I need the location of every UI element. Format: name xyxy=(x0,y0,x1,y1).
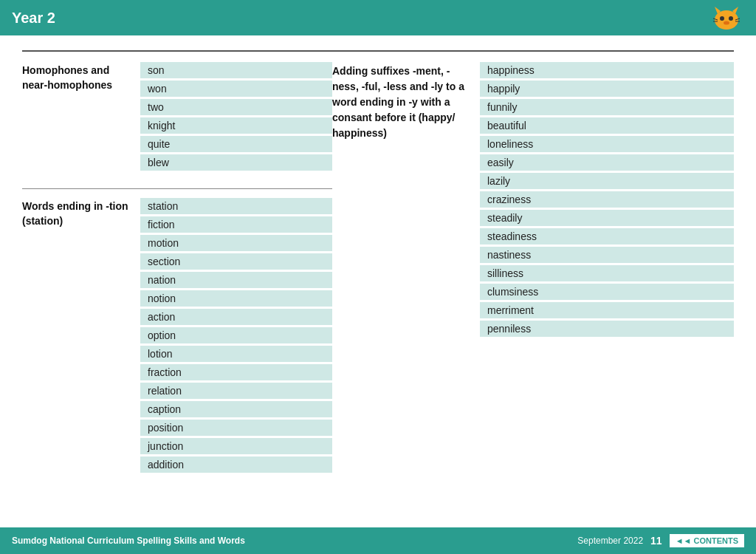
list-item: action xyxy=(140,309,332,325)
list-item: nation xyxy=(140,272,332,288)
homophones-word-list: son won two knight quite blew xyxy=(140,62,332,171)
list-item: won xyxy=(140,81,332,97)
list-item: addition xyxy=(140,456,332,473)
list-item: nastiness xyxy=(480,247,734,263)
list-item: position xyxy=(140,420,332,436)
right-panel-wrapper: Adding suffixes -ment, -ness, -ful, -les… xyxy=(332,50,734,520)
list-item: steadiness xyxy=(480,228,734,244)
list-item: funnily xyxy=(480,99,734,115)
list-item: son xyxy=(140,62,332,78)
suffixes-word-list: happiness happily funnily beautiful lone… xyxy=(480,62,734,520)
cat-mascot-icon xyxy=(709,3,744,33)
footer-title: Sumdog National Curriculum Spelling Skil… xyxy=(12,536,245,546)
footer: Sumdog National Curriculum Spelling Skil… xyxy=(0,527,756,554)
main-content: Homophones and near-homophones son won t… xyxy=(0,35,756,527)
homophones-section: Homophones and near-homophones son won t… xyxy=(22,62,332,171)
list-item: craziness xyxy=(480,191,734,208)
list-item: blew xyxy=(140,154,332,171)
list-item: loneliness xyxy=(480,136,734,152)
list-item: station xyxy=(140,198,332,214)
footer-page-number: 11 xyxy=(650,535,662,547)
list-item: fraction xyxy=(140,364,332,380)
list-item: quite xyxy=(140,136,332,152)
list-item: notion xyxy=(140,290,332,307)
tion-section: Words ending in -tion (station) station … xyxy=(22,198,332,473)
svg-point-3 xyxy=(720,16,724,21)
list-item: two xyxy=(140,99,332,115)
list-item: lotion xyxy=(140,346,332,362)
list-item: clumsiness xyxy=(480,284,734,300)
list-item: junction xyxy=(140,438,332,454)
left-panel: Homophones and near-homophones son won t… xyxy=(22,50,332,520)
svg-point-4 xyxy=(729,16,733,21)
right-panel: Adding suffixes -ment, -ness, -ful, -les… xyxy=(332,62,734,520)
list-item: fiction xyxy=(140,216,332,233)
list-item: motion xyxy=(140,235,332,251)
page: Year 2 Homophones and near- xyxy=(0,0,756,554)
contents-label: ◄◄ CONTENTS xyxy=(676,536,738,545)
list-item: section xyxy=(140,253,332,270)
list-item: easily xyxy=(480,154,734,171)
list-item: silliness xyxy=(480,265,734,281)
top-divider-left xyxy=(22,50,332,52)
list-item: option xyxy=(140,327,332,343)
list-item: caption xyxy=(140,401,332,417)
suffixes-label-area: Adding suffixes -ment, -ness, -ful, -les… xyxy=(332,62,480,520)
footer-date: September 2022 xyxy=(577,536,643,546)
list-item: steadily xyxy=(480,210,734,226)
list-item: happiness xyxy=(480,62,734,78)
section-divider xyxy=(22,188,332,189)
footer-right: September 2022 11 ◄◄ CONTENTS xyxy=(577,534,744,547)
contents-button[interactable]: ◄◄ CONTENTS xyxy=(670,534,744,547)
homophones-label: Homophones and near-homophones xyxy=(22,62,140,171)
list-item: beautiful xyxy=(480,117,734,134)
page-title: Year 2 xyxy=(12,10,55,27)
top-divider-right xyxy=(332,50,734,52)
list-item: happily xyxy=(480,81,734,97)
list-item: merriment xyxy=(480,302,734,318)
svg-point-5 xyxy=(724,21,729,25)
suffixes-label: Adding suffixes -ment, -ness, -ful, -les… xyxy=(332,64,468,141)
tion-word-list: station fiction motion section nation no… xyxy=(140,198,332,473)
list-item: lazily xyxy=(480,173,734,189)
list-item: knight xyxy=(140,117,332,134)
tion-label: Words ending in -tion (station) xyxy=(22,198,140,473)
header: Year 2 xyxy=(0,0,756,35)
list-item: penniless xyxy=(480,321,734,337)
list-item: relation xyxy=(140,383,332,399)
